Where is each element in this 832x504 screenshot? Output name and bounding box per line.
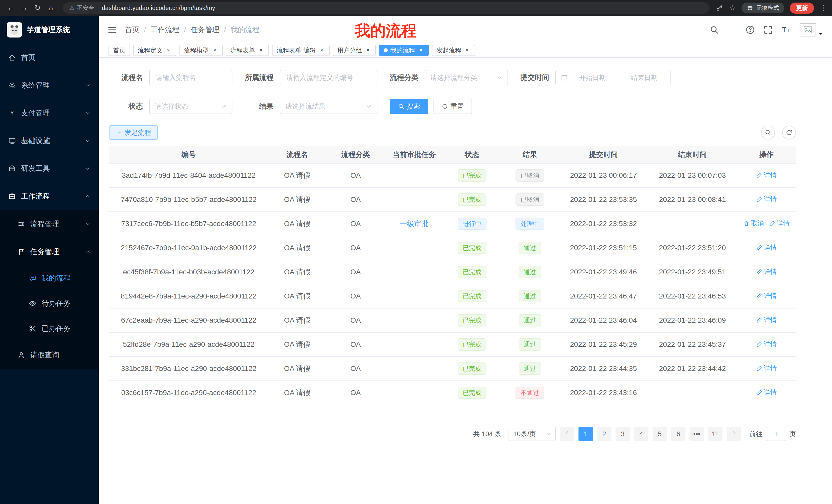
update-button[interactable]: 更新	[790, 3, 814, 13]
show-search-button[interactable]	[761, 125, 775, 139]
sidebar-item[interactable]: 请假查询	[0, 341, 99, 369]
tab-label: 用户分组	[337, 46, 362, 54]
detail-link[interactable]: 详情	[756, 243, 777, 252]
page-button[interactable]: 2	[597, 427, 612, 441]
font-size-icon[interactable]: TT	[782, 25, 791, 34]
process-name-input[interactable]	[149, 70, 232, 85]
column-header: 编号	[109, 146, 268, 163]
browser-menu-icon[interactable]: ⋮	[820, 4, 827, 11]
search-icon[interactable]	[710, 25, 719, 34]
address-bar[interactable]: ⚠ 不安全 dashboard.yudao.iocoder.cn/bpm/tas…	[63, 2, 710, 13]
result-tag: 通过	[519, 362, 541, 375]
password-key-icon[interactable]	[716, 4, 723, 11]
page-button[interactable]: 6	[671, 427, 685, 441]
page-button[interactable]: 5	[653, 427, 667, 441]
detail-link[interactable]: 详情	[756, 171, 777, 179]
tab-item[interactable]: 发起流程×	[432, 45, 475, 56]
warning-icon: ⚠	[69, 5, 75, 11]
tab-item[interactable]: 首页	[108, 45, 130, 56]
page-content: 流程名 所属流程 流程分类 请选择流程分类 提交时间	[99, 58, 832, 504]
sidebar-item[interactable]: 系统管理	[0, 72, 99, 99]
page-button[interactable]: 1	[578, 427, 593, 441]
page-size-select[interactable]: 10条/页	[509, 427, 556, 441]
detail-link[interactable]: 详情	[756, 388, 777, 397]
result-tag: 已取消	[516, 193, 544, 206]
collapse-sidebar-icon[interactable]	[107, 25, 117, 35]
sidebar-item[interactable]: 工作流程	[0, 183, 99, 210]
refresh-table-button[interactable]	[782, 125, 796, 139]
cancel-link[interactable]: 取消	[743, 219, 764, 228]
browser-reload-icon[interactable]: ↻	[32, 2, 43, 13]
sidebar-item[interactable]: 待办任务	[0, 291, 99, 316]
detail-link[interactable]: 详情	[756, 316, 777, 324]
caret-down-icon	[818, 31, 823, 36]
leave-icon	[18, 351, 25, 359]
fullscreen-icon[interactable]	[763, 25, 773, 34]
app-logo[interactable]: 芋道管理系统	[0, 16, 99, 44]
column-header: 当前审批任务	[385, 146, 443, 163]
goto-page-input[interactable]	[766, 427, 786, 441]
breadcrumb-item[interactable]: 任务管理	[191, 25, 219, 35]
cell-end-time: 2022-01-22 23:51:20	[648, 236, 737, 260]
sidebar-item-label: 研发工具	[21, 164, 50, 173]
prev-page-button[interactable]	[560, 427, 574, 441]
sidebar-item[interactable]: ¥支付管理	[0, 99, 99, 127]
close-icon[interactable]: ×	[365, 47, 371, 54]
next-page-button[interactable]	[727, 427, 741, 441]
tab-item[interactable]: 流程模型×	[179, 45, 223, 56]
detail-link[interactable]: 详情	[756, 291, 777, 300]
page-button[interactable]: 3	[616, 427, 630, 441]
tab-item[interactable]: 用户分组×	[333, 45, 376, 56]
svg-text:¥: ¥	[10, 109, 14, 116]
search-button[interactable]: 搜索	[390, 99, 428, 114]
browser-chrome: ← → ↻ ⌂ ⚠ 不安全 dashboard.yudao.iocoder.cn…	[0, 0, 832, 16]
date-range-picker[interactable]: 开始日期 - 结束日期	[555, 70, 671, 85]
close-icon[interactable]: ×	[165, 47, 172, 54]
page-button[interactable]: 4	[634, 427, 648, 441]
close-icon[interactable]: ×	[318, 47, 325, 54]
action-label: 详情	[764, 388, 777, 397]
page-button[interactable]: •••	[690, 427, 704, 441]
process-def-input[interactable]	[280, 70, 378, 85]
detail-link[interactable]: 详情	[756, 268, 777, 276]
detail-link[interactable]: 详情	[756, 364, 777, 372]
sidebar-item[interactable]: 首页	[0, 44, 99, 72]
sidebar-item[interactable]: 已办任务	[0, 316, 99, 341]
current-task-link[interactable]: 一级审批	[400, 220, 428, 228]
sidebar-item[interactable]: 基础设施	[0, 127, 99, 155]
result-select[interactable]: 请选择流结果	[280, 99, 378, 114]
sidebar-item[interactable]: 研发工具	[0, 155, 99, 183]
user-avatar[interactable]	[800, 23, 823, 36]
tab-item[interactable]: 流程定义×	[133, 45, 176, 56]
help-icon[interactable]	[746, 25, 755, 34]
chevron-right-icon	[731, 430, 737, 436]
bookmark-star-icon[interactable]: ☆	[729, 4, 736, 11]
status-select[interactable]: 请选择状态	[149, 99, 232, 114]
category-select[interactable]: 请选择流程分类	[425, 70, 508, 85]
close-icon[interactable]: ×	[418, 47, 424, 54]
sidebar-item[interactable]: 我的流程	[0, 265, 99, 291]
sidebar-item[interactable]: 任务管理	[0, 238, 99, 265]
breadcrumb-item[interactable]: 工作流程	[151, 25, 179, 35]
browser-forward-icon[interactable]: →	[19, 2, 30, 13]
close-icon[interactable]: ×	[464, 47, 470, 54]
breadcrumb-item[interactable]: 首页	[125, 25, 139, 35]
tab-item[interactable]: 流程表单×	[226, 45, 269, 56]
tab-item[interactable]: 流程表单-编辑×	[272, 45, 330, 56]
browser-home-icon[interactable]: ⌂	[45, 2, 57, 13]
tab-item[interactable]: 我的流程×	[379, 45, 429, 56]
detail-link[interactable]: 详情	[769, 219, 789, 228]
browser-back-icon[interactable]: ←	[5, 2, 17, 13]
reset-button[interactable]: 重置	[434, 99, 472, 114]
cell-result: 通过	[501, 236, 559, 260]
close-icon[interactable]: ×	[258, 47, 264, 54]
devtools-icon	[8, 165, 16, 172]
detail-link[interactable]: 详情	[756, 340, 777, 348]
github-icon[interactable]	[728, 25, 737, 34]
detail-link[interactable]: 详情	[756, 195, 777, 203]
start-process-button[interactable]: + 发起流程	[109, 125, 158, 140]
close-icon[interactable]: ×	[211, 47, 218, 54]
sidebar-item[interactable]: 流程管理	[0, 210, 99, 238]
cell-actions: 取消详情	[737, 212, 796, 236]
page-button[interactable]: 11	[708, 427, 723, 441]
